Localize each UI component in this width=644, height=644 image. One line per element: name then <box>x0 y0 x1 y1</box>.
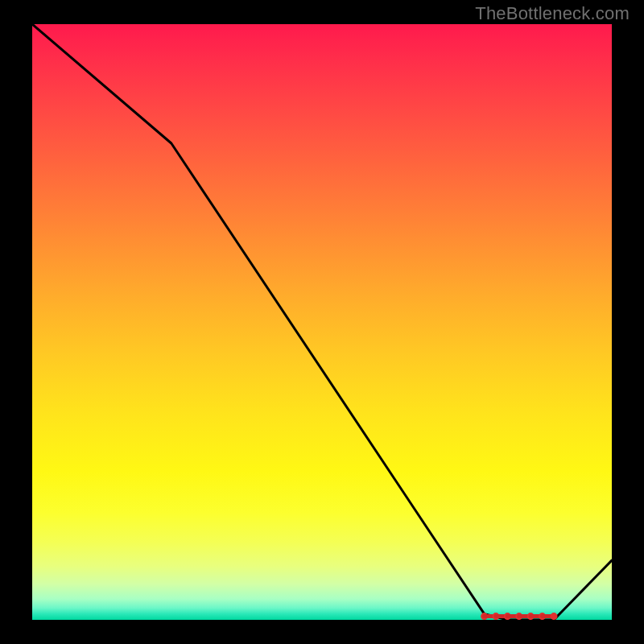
watermark-text: TheBottleneck.com <box>475 3 630 24</box>
marker-dot <box>551 613 558 620</box>
main-curve <box>32 24 612 620</box>
plot-area <box>32 24 612 620</box>
chart-svg <box>32 24 612 620</box>
chart-frame: TheBottleneck.com <box>0 0 644 644</box>
